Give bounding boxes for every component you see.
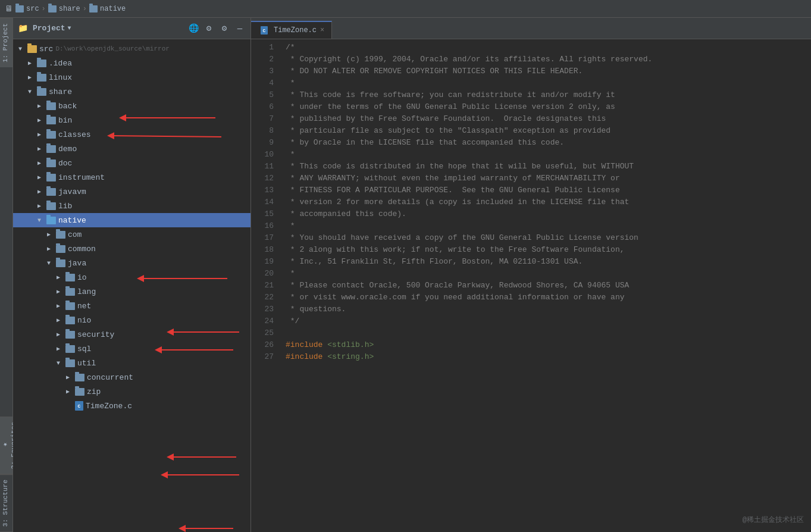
lib-folder <box>46 202 56 210</box>
tree-com[interactable]: com <box>13 227 250 242</box>
tree-timezone-file[interactable]: TimeZone.c <box>13 399 250 413</box>
lib-label: lib <box>58 202 72 211</box>
idea-folder <box>37 60 46 67</box>
tree-concurrent[interactable]: concurrent <box>13 370 250 384</box>
tree-native[interactable]: native <box>13 213 250 227</box>
breadcrumb-bar: 🖥 src › share › native <box>0 0 811 18</box>
timezone-file-label: TimeZone.c <box>86 402 132 411</box>
tree-demo[interactable]: demo <box>13 142 250 156</box>
line-numbers: 1234567891011121314151617181920212223242… <box>251 39 281 532</box>
settings-filter-button[interactable]: ⚙ <box>203 23 215 35</box>
java-folder <box>56 259 65 267</box>
io-folder <box>65 274 75 281</box>
concurrent-label: concurrent <box>87 373 133 382</box>
tree-common[interactable]: common <box>13 242 250 256</box>
tree-share[interactable]: share <box>13 85 250 99</box>
share-folder-icon <box>48 5 57 12</box>
lang-arrow <box>54 287 63 296</box>
classes-folder <box>46 131 56 139</box>
nio-folder <box>65 317 75 324</box>
sql-label: sql <box>77 345 91 353</box>
javavm-arrow <box>35 187 44 196</box>
sidebar-tab-structure[interactable]: 3: Structure <box>0 474 12 532</box>
tree-doc[interactable]: doc <box>13 156 250 170</box>
panel-dropdown-arrow[interactable]: ▼ <box>68 25 71 32</box>
io-label: io <box>77 273 87 282</box>
panel-title: Project ▼ <box>33 24 71 33</box>
zip-label: zip <box>87 387 101 396</box>
tree-sql[interactable]: sql <box>13 342 250 356</box>
net-folder <box>65 302 75 310</box>
structure-tab-label: 3: Structure <box>2 480 9 527</box>
file-tree: src D:\work\openjdk_source\mirror .idea … <box>13 39 250 532</box>
common-arrow <box>44 244 54 254</box>
tree-root-src[interactable]: src D:\work\openjdk_source\mirror <box>13 42 250 56</box>
src-folder-icon <box>27 45 37 53</box>
zip-arrow <box>63 387 73 396</box>
tree-zip[interactable]: zip <box>13 384 250 399</box>
sidebar-tab-project[interactable]: 1: Project <box>0 18 12 67</box>
tree-java[interactable]: java <box>13 256 250 270</box>
tree-io[interactable]: io <box>13 270 250 284</box>
back-arrow <box>35 101 44 111</box>
panel-header: 📁 Project ▼ 🌐 ⚙ ⚙ — <box>13 18 250 39</box>
native-folder <box>46 217 56 224</box>
idea-label: .idea <box>49 59 72 68</box>
concurrent-arrow <box>63 373 73 382</box>
doc-arrow <box>35 158 44 168</box>
src-label: src <box>39 45 53 54</box>
native-folder-icon <box>89 5 98 12</box>
project-icon: 🖥 <box>5 4 13 14</box>
tree-nio[interactable]: nio <box>13 313 250 327</box>
minimize-button[interactable]: — <box>234 23 246 35</box>
bin-arrow <box>35 115 44 125</box>
breadcrumb-share[interactable]: share <box>48 5 80 13</box>
tree-lang[interactable]: lang <box>13 284 250 299</box>
gear-button[interactable]: ⚙ <box>218 23 230 35</box>
src-arrow <box>15 44 25 54</box>
src-folder-icon <box>15 5 24 12</box>
code-content[interactable]: /* * Copyright (c) 1999, 2004, Oracle an… <box>281 39 811 532</box>
code-area: 1234567891011121314151617181920212223242… <box>251 39 811 532</box>
tree-linux[interactable]: linux <box>13 70 250 85</box>
breadcrumb-native[interactable]: native <box>89 5 126 13</box>
tree-net[interactable]: net <box>13 299 250 313</box>
lang-label: lang <box>77 287 96 296</box>
linux-folder <box>37 74 46 82</box>
nio-label: nio <box>77 316 91 325</box>
classes-label: classes <box>58 130 91 139</box>
demo-arrow <box>35 144 44 154</box>
panel-actions: 🌐 ⚙ ⚙ — <box>187 23 246 35</box>
tree-back[interactable]: back <box>13 99 250 113</box>
sql-folder <box>65 345 75 353</box>
tree-idea[interactable]: .idea <box>13 56 250 70</box>
tree-javavm[interactable]: javavm <box>13 184 250 199</box>
sidebar-tab-favorites[interactable]: ★ 2: Favorites <box>0 417 12 474</box>
editor-tab-timezone[interactable]: TimeZone.c × <box>251 21 332 39</box>
bc-sep-1: › <box>42 5 46 13</box>
bin-label: bin <box>58 116 72 125</box>
globe-button[interactable]: 🌐 <box>187 23 199 35</box>
star-icon: ★ <box>2 441 10 449</box>
linux-label: linux <box>49 73 72 82</box>
javavm-label: javavm <box>58 187 86 196</box>
project-panel: 📁 Project ▼ 🌐 ⚙ ⚙ — src D:\work\openjdk_… <box>13 18 251 532</box>
tree-classes[interactable]: classes <box>13 127 250 142</box>
tab-close-button[interactable]: × <box>320 26 324 35</box>
project-tab-label: 1: Project <box>2 23 9 62</box>
tree-bin[interactable]: bin <box>13 113 250 127</box>
tree-lib[interactable]: lib <box>13 199 250 213</box>
common-folder <box>56 245 65 253</box>
back-folder <box>46 102 56 110</box>
sidebar: 1: Project ★ 2: Favorites 3: Structure <box>0 18 13 532</box>
breadcrumb-src[interactable]: src <box>15 5 39 13</box>
tree-instrument[interactable]: instrument <box>13 170 250 184</box>
native-label: native <box>58 216 86 225</box>
tree-util[interactable]: util <box>13 356 250 370</box>
tree-security[interactable]: security <box>13 327 250 342</box>
lang-folder <box>65 288 75 296</box>
classes-arrow <box>35 130 44 139</box>
java-arrow <box>44 258 54 268</box>
share-folder <box>37 88 46 96</box>
io-arrow <box>54 273 63 282</box>
